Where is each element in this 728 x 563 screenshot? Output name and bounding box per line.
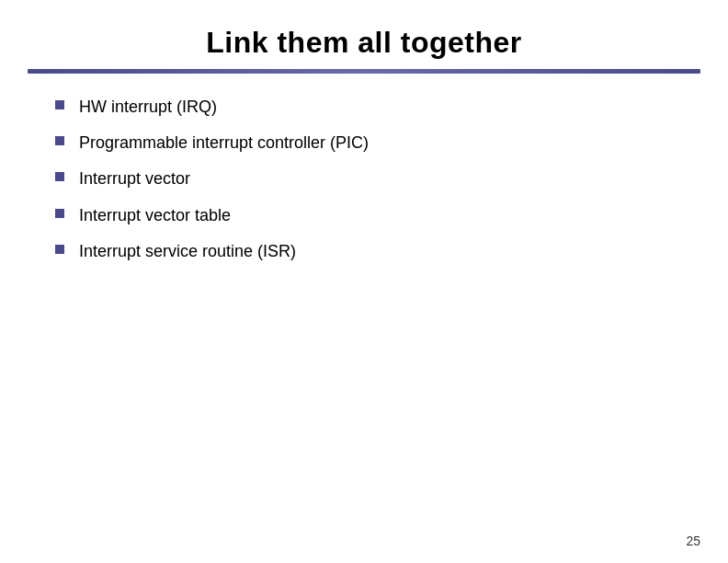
- title-area: Link them all together: [0, 0, 728, 60]
- slide-title: Link them all together: [55, 26, 673, 60]
- bullet-icon: [55, 172, 64, 181]
- bullet-text: Interrupt vector: [79, 167, 190, 190]
- list-item: Interrupt service routine (ISR): [55, 240, 673, 263]
- bullet-text: HW interrupt (IRQ): [79, 96, 217, 119]
- page-number: 25: [686, 534, 700, 548]
- content-area: HW interrupt (IRQ) Programmable interrup…: [0, 74, 728, 563]
- list-item: Interrupt vector: [55, 167, 673, 190]
- bullet-icon: [55, 209, 64, 218]
- bullet-icon: [55, 136, 64, 145]
- list-item: HW interrupt (IRQ): [55, 96, 673, 119]
- bullet-text: Interrupt service routine (ISR): [79, 240, 296, 263]
- bullet-list: HW interrupt (IRQ) Programmable interrup…: [55, 96, 673, 263]
- list-item: Programmable interrupt controller (PIC): [55, 132, 673, 155]
- slide: Link them all together HW interrupt (IRQ…: [0, 0, 728, 563]
- bullet-icon: [55, 100, 64, 109]
- bullet-text: Programmable interrupt controller (PIC): [79, 132, 369, 155]
- bullet-icon: [55, 245, 64, 254]
- list-item: Interrupt vector table: [55, 204, 673, 227]
- bullet-text: Interrupt vector table: [79, 204, 231, 227]
